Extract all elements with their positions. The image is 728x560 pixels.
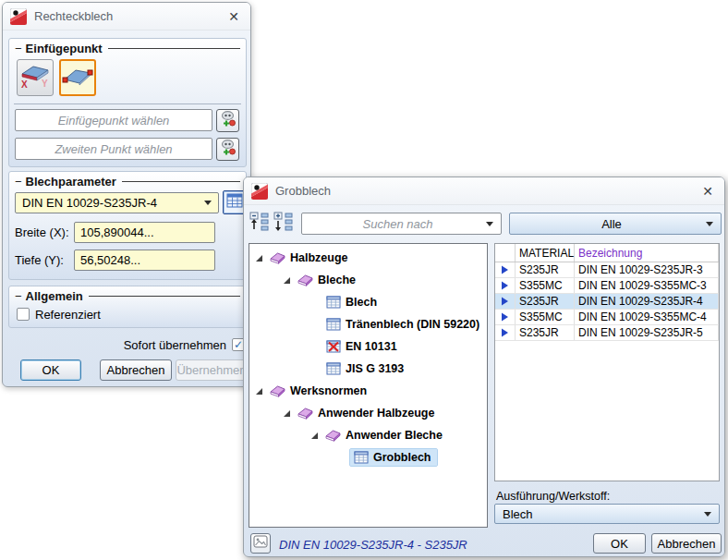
point1-pick-button[interactable] <box>216 109 239 132</box>
material-dropdown[interactable]: DIN EN 10029-S235JR-4 <box>15 192 219 213</box>
book-icon <box>297 273 313 287</box>
column-header-bezeichnung[interactable]: Bezeichnung <box>575 244 719 262</box>
materials-table-header: MATERIALBezeichnung <box>495 244 719 262</box>
point2-field[interactable]: Zweiten Punkt wählen <box>15 138 212 160</box>
tree-item-halbzeuge[interactable]: Halbzeuge <box>249 247 487 269</box>
tree-item-label: Werksnormen <box>290 384 367 397</box>
tree-item-jis-g-3193[interactable]: JIS G 3193 <box>249 358 487 380</box>
group-label: Blechparameter <box>26 175 116 189</box>
materials-table-body: S235JRDIN EN 10029-S235JR-3S355MCDIN EN … <box>495 262 719 341</box>
material-cell: S235JR <box>516 262 575 277</box>
tiefe-input[interactable]: 56,50248... <box>74 250 215 271</box>
tree-expanded-icon[interactable] <box>255 254 267 262</box>
cancel-button[interactable]: Abbrechen <box>100 359 172 381</box>
apply-button[interactable]: Übernehmen <box>176 359 248 381</box>
sofort-label: Sofort übernehmen <box>124 338 226 352</box>
table-row[interactable]: S235JRDIN EN 10029-S235JR-3 <box>495 262 719 278</box>
chevron-down-icon <box>486 222 493 226</box>
tree-item-bleche[interactable]: Bleche <box>249 269 487 291</box>
tree-item-anwender-bleche[interactable]: Anwender Bleche <box>249 424 487 446</box>
tree-expanded-icon[interactable] <box>283 409 295 418</box>
table-icon <box>325 318 341 331</box>
chevron-down-icon <box>204 201 212 205</box>
group-label: Einfügepunkt <box>26 42 103 55</box>
referenziert-label: Referenziert <box>35 308 101 322</box>
tree-expanded-icon[interactable] <box>283 276 295 285</box>
tree-item-blech[interactable]: Blech <box>249 291 487 313</box>
table-row[interactable]: S235JRDIN EN 10029-S235JR-4 <box>495 294 719 310</box>
group-allgemein: − Allgemein Referenziert <box>8 286 247 328</box>
search-input[interactable]: Suchen nach <box>301 213 502 235</box>
close-icon[interactable]: ✕ <box>228 10 239 23</box>
column-header-material[interactable]: MATERIAL <box>516 244 575 262</box>
column-header-row-marker[interactable] <box>495 244 516 262</box>
referenziert-checkbox[interactable] <box>17 308 30 321</box>
tree-item-anwender-halbzeuge[interactable]: Anwender Halbzeuge <box>249 402 487 424</box>
grobblech-dialog: Grobblech ✕ <box>243 177 725 557</box>
tree-item-label: Anwender Halbzeuge <box>318 407 434 420</box>
tree-item-label: JIS G 3193 <box>346 362 404 375</box>
filter-dropdown[interactable]: Alle <box>509 213 722 235</box>
book-icon <box>325 428 341 443</box>
insert-mode-xy-button[interactable]: X Y <box>17 59 54 96</box>
ok-button[interactable]: OK <box>593 533 646 554</box>
plate-two-points-icon <box>62 62 93 93</box>
svg-text:X: X <box>21 79 28 90</box>
tree-expand-button[interactable] <box>273 213 294 234</box>
tree-item-werksnormen[interactable]: Werksnormen <box>249 380 487 402</box>
app-logo-icon <box>10 8 27 25</box>
point2-pick-button[interactable] <box>216 138 239 161</box>
row-arrow-icon <box>501 328 509 337</box>
tree-collapse-button[interactable] <box>249 213 270 234</box>
ok-button[interactable]: OK <box>20 359 81 381</box>
collapse-indicator[interactable]: − <box>15 290 22 302</box>
separator <box>14 103 241 104</box>
status-text: DIN EN 10029-S235JR-4 - S235JR <box>279 538 467 552</box>
cancel-button[interactable]: Abbrechen <box>651 533 722 554</box>
ausfuehrung-label: Ausführung/Werkstoff: <box>496 490 610 503</box>
table-row[interactable]: S355MCDIN EN 10029-S355MC-3 <box>495 278 719 294</box>
grobblech-titlebar[interactable]: Grobblech ✕ <box>244 177 724 205</box>
image-icon <box>253 535 268 552</box>
point-select-icon <box>219 139 237 160</box>
table-row[interactable]: S355MCDIN EN 10029-S355MC-4 <box>495 310 719 325</box>
bezeichnung-cell: DIN EN 10029-S235JR-3 <box>575 262 719 277</box>
plate-xy-icon: X Y <box>19 62 51 93</box>
preview-image-button[interactable] <box>250 533 271 554</box>
material-cell: S235JR <box>516 294 575 309</box>
material-dropdown-value: DIN EN 10029-S235JR-4 <box>22 196 157 210</box>
rechteckblech-titlebar[interactable]: Rechteckblech ✕ <box>3 3 250 30</box>
materials-table: MATERIALBezeichnung S235JRDIN EN 10029-S… <box>494 243 720 481</box>
app-logo-icon <box>251 183 268 200</box>
ausfuehrung-dropdown-value: Blech <box>503 507 533 521</box>
row-arrow-icon <box>501 281 509 290</box>
table-row[interactable]: S235JRDIN EN 10029-S235JR-5 <box>495 325 719 341</box>
point1-field[interactable]: Einfügepunkt wählen <box>15 109 212 131</box>
point-select-icon <box>219 110 237 131</box>
tree-item-en-10131[interactable]: EN 10131 <box>249 335 487 358</box>
breite-input[interactable]: 105,890044... <box>74 222 215 243</box>
tree-expanded-icon[interactable] <box>255 387 267 396</box>
svg-text:Y: Y <box>42 79 48 89</box>
material-cell: S355MC <box>516 310 575 324</box>
close-icon[interactable]: ✕ <box>702 185 713 198</box>
group-rule <box>122 181 240 182</box>
tree-item-label: Bleche <box>318 274 356 286</box>
row-marker-cell <box>495 294 516 309</box>
material-cell: S355MC <box>516 278 575 293</box>
tree-expanded-icon[interactable] <box>310 432 322 440</box>
insert-mode-two-points-button[interactable] <box>59 59 96 96</box>
tree-item-tr-nenblech-din-59220[interactable]: Tränenblech (DIN 59220) <box>249 313 487 335</box>
group-rule <box>108 48 240 49</box>
catalog-table-icon <box>226 193 243 212</box>
tree-item-label: Tränenblech (DIN 59220) <box>346 318 479 331</box>
bezeichnung-cell: DIN EN 10029-S355MC-4 <box>575 310 719 324</box>
tree-item-grobblech[interactable]: Grobblech <box>249 446 487 469</box>
collapse-indicator[interactable]: − <box>15 176 22 188</box>
chevron-down-icon <box>706 222 713 226</box>
ausfuehrung-dropdown[interactable]: Blech <box>494 504 720 524</box>
tree-item-label: Grobblech <box>373 451 431 464</box>
tree-item-label: Halbzeuge <box>290 251 348 264</box>
collapse-indicator[interactable]: − <box>15 43 22 55</box>
catalog-tree: HalbzeugeBlecheBlechTränenblech (DIN 592… <box>249 243 488 528</box>
